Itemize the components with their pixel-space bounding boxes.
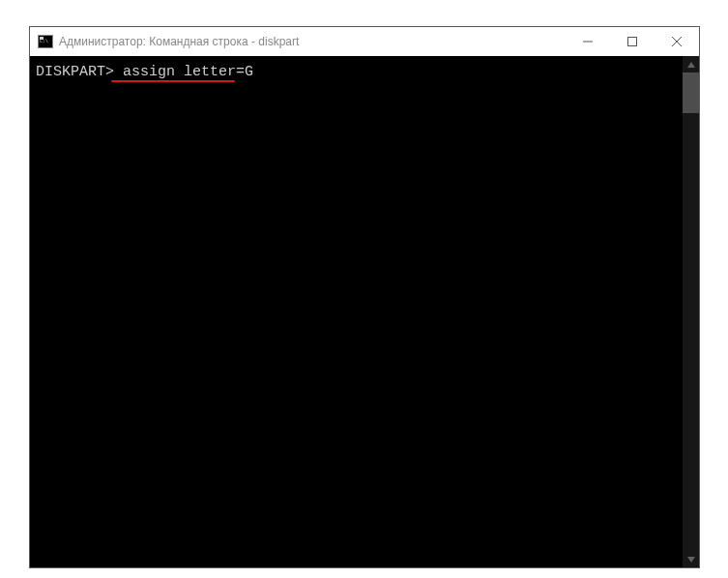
scrollbar-thumb[interactable] [683, 72, 699, 113]
close-button[interactable] [655, 27, 699, 56]
scrollbar-track[interactable] [683, 72, 699, 551]
terminal-area: DISKPART> assign letter=G [30, 56, 699, 567]
vertical-scrollbar[interactable] [683, 56, 699, 567]
cmd-icon [38, 35, 53, 48]
scroll-up-button[interactable] [683, 56, 699, 72]
svg-rect-1 [628, 38, 637, 46]
command-text: assign letter=G [123, 64, 253, 80]
titlebar[interactable]: Администратор: Командная строка - diskpa… [30, 27, 699, 56]
scroll-down-button[interactable] [683, 551, 699, 567]
maximize-button[interactable] [610, 27, 655, 56]
window-title: Администратор: Командная строка - diskpa… [59, 35, 566, 48]
annotation-underline [111, 80, 235, 82]
window-controls [566, 27, 699, 56]
command-prompt-window: Администратор: Командная строка - diskpa… [29, 26, 700, 568]
minimize-button[interactable] [566, 27, 610, 56]
terminal-content[interactable]: DISKPART> assign letter=G [30, 56, 683, 567]
prompt-text: DISKPART> [36, 64, 114, 80]
